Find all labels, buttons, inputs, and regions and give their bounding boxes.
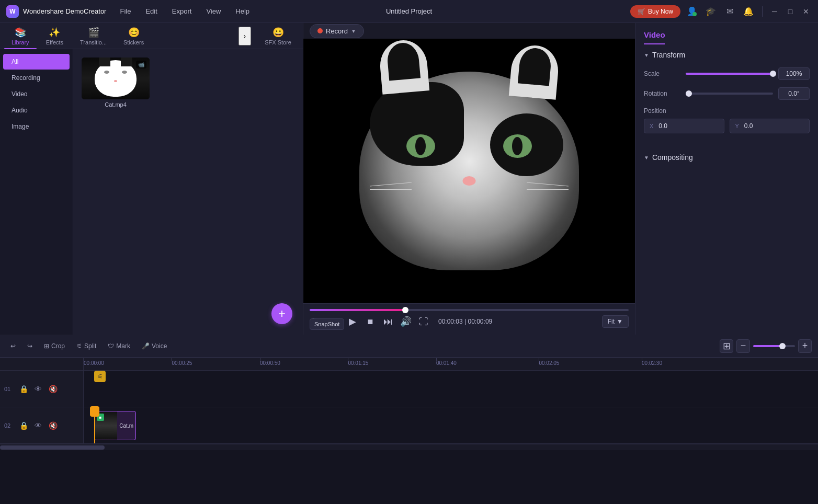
snapshot-tooltip: SnapShot bbox=[310, 318, 344, 330]
timeline-toolbar: ↩ ↪ ⊞ Crop ⚟ Split 🛡 Mark 🎤 Voice ⊞ − + bbox=[0, 335, 818, 358]
timeline-clip[interactable]: ■ Cat.m bbox=[94, 411, 136, 440]
menu-export[interactable]: Export bbox=[169, 5, 195, 17]
rotation-row: Rotation 0.0° bbox=[644, 87, 810, 100]
ruler-mark-3: 00:01:15 bbox=[348, 358, 368, 366]
track-content-1: ■ Cat.m bbox=[84, 407, 818, 443]
minimize-button[interactable]: ─ bbox=[769, 6, 780, 17]
sidebar-item-video[interactable]: Video bbox=[3, 86, 70, 102]
track-eye-button-1[interactable]: 👁 bbox=[32, 420, 44, 431]
menu-file[interactable]: File bbox=[117, 5, 134, 17]
sidebar-item-all[interactable]: All bbox=[3, 54, 70, 70]
progress-bar[interactable] bbox=[310, 309, 629, 311]
close-button[interactable]: ✕ bbox=[800, 6, 812, 17]
more-tabs-button[interactable]: › bbox=[238, 27, 252, 45]
library-content: All Recording Video Audio Image bbox=[0, 49, 303, 335]
position-x-input[interactable]: X 0.0 bbox=[644, 119, 724, 133]
menu-help[interactable]: Help bbox=[232, 5, 253, 17]
app-logo: W Wondershare DemoCreator bbox=[6, 5, 106, 18]
playhead bbox=[94, 407, 95, 443]
track-audio-button-2[interactable]: 🔇 bbox=[47, 383, 59, 395]
tab-library[interactable]: 📚 Library bbox=[4, 24, 37, 49]
transform-section: ▼ Transform Scale 100% Rota bbox=[635, 44, 818, 147]
mark-button[interactable]: 🛡 Mark bbox=[104, 340, 134, 352]
notification-button[interactable]: 🔔 bbox=[741, 4, 756, 19]
redo-button[interactable]: ↪ bbox=[23, 340, 37, 352]
account-button[interactable]: 👤 bbox=[685, 4, 699, 19]
play-button[interactable]: ▶ bbox=[345, 314, 360, 329]
fit-button[interactable]: Fit ▼ bbox=[602, 315, 629, 328]
clip-label: Cat.m bbox=[117, 423, 135, 429]
skip-forward-button[interactable]: ⏭ bbox=[381, 314, 395, 329]
crop-icon: ⊞ bbox=[44, 342, 49, 350]
track-row-1: 02 🔒 👁 🔇 ■ bbox=[0, 407, 818, 444]
fit-chevron-icon: ▼ bbox=[617, 318, 623, 325]
sidebar-item-audio[interactable]: Audio bbox=[3, 102, 70, 118]
sidebar-item-image[interactable]: Image bbox=[3, 119, 70, 134]
library-grid: 📹 Cat.mp4 + bbox=[73, 49, 303, 335]
zoom-fit-button[interactable]: ⊞ bbox=[720, 339, 733, 353]
mark-icon: 🛡 bbox=[108, 342, 114, 350]
library-icon: 📚 bbox=[15, 27, 26, 38]
voice-button[interactable]: 🎤 Voice bbox=[138, 340, 171, 352]
add-media-button[interactable]: + bbox=[271, 303, 292, 324]
scale-slider[interactable] bbox=[686, 73, 773, 75]
menu-edit[interactable]: Edit bbox=[142, 5, 160, 17]
content-area: 📚 Library ✨ Effects 🎬 Transitio... 😊 Sti… bbox=[0, 23, 818, 335]
compositing-title: Compositing bbox=[652, 153, 693, 162]
split-marker: ⚟ bbox=[94, 371, 106, 382]
buy-now-button[interactable]: 🛒 Buy Now bbox=[630, 5, 680, 18]
window-controls: 🛒 Buy Now 👤 🎓 ✉ 🔔 ─ □ ✕ bbox=[630, 4, 812, 19]
timeline-tracks: 00:00:00 00:00:25 00:00:50 00:01:15 00:0… bbox=[0, 358, 818, 504]
record-button[interactable]: Record ▼ bbox=[310, 24, 364, 38]
track-eye-button-2[interactable]: 👁 bbox=[32, 383, 44, 395]
cart-icon: 🛒 bbox=[638, 8, 645, 15]
track-number-2: 01 bbox=[4, 386, 15, 392]
timeline-scrollbar[interactable] bbox=[0, 444, 818, 450]
rotation-slider[interactable] bbox=[686, 93, 773, 95]
ruler-mark-1: 00:00:25 bbox=[172, 358, 192, 366]
transform-title: Transform bbox=[652, 51, 685, 59]
tab-transitions[interactable]: 🎬 Transitio... bbox=[73, 24, 114, 49]
cat-preview-image bbox=[303, 39, 635, 303]
transform-chevron-icon: ▼ bbox=[644, 52, 649, 58]
position-y-input[interactable]: Y 0.0 bbox=[730, 119, 810, 133]
sidebar-item-recording[interactable]: Recording bbox=[3, 70, 70, 86]
volume-button[interactable]: 🔊 bbox=[399, 314, 413, 329]
scale-value[interactable]: 100% bbox=[778, 67, 810, 80]
compositing-header[interactable]: ▼ Compositing bbox=[635, 147, 818, 166]
track-controls-1: 02 🔒 👁 🔇 bbox=[0, 407, 84, 443]
progress-thumb bbox=[402, 307, 408, 313]
menu-view[interactable]: View bbox=[203, 5, 224, 17]
track-lock-button-1[interactable]: 🔒 bbox=[18, 420, 29, 431]
split-icon: ⚟ bbox=[76, 342, 82, 350]
right-panel-title: Video bbox=[644, 30, 665, 39]
timeline-rows: 01 🔒 👁 🔇 ⚟ 02 bbox=[0, 371, 818, 444]
transitions-icon: 🎬 bbox=[88, 27, 99, 38]
record-chevron-icon: ▼ bbox=[351, 28, 356, 34]
project-title: Untitled Project bbox=[386, 7, 432, 15]
media-item-cat[interactable]: 📹 Cat.mp4 bbox=[82, 58, 150, 108]
ruler-mark-5: 00:02:05 bbox=[539, 358, 559, 366]
transform-header[interactable]: ▼ Transform bbox=[635, 44, 818, 63]
scale-row: Scale 100% bbox=[644, 67, 810, 80]
microphone-icon: 🎤 bbox=[142, 342, 150, 350]
maximize-button[interactable]: □ bbox=[785, 6, 796, 17]
zoom-out-button[interactable]: − bbox=[736, 339, 750, 353]
undo-button[interactable]: ↩ bbox=[6, 340, 20, 352]
track-lock-button-2[interactable]: 🔒 bbox=[18, 383, 29, 395]
crop-button[interactable]: ⊞ Crop bbox=[40, 340, 69, 352]
learn-button[interactable]: 🎓 bbox=[703, 4, 718, 19]
mail-button[interactable]: ✉ bbox=[722, 4, 737, 19]
position-row: Position X 0.0 Y 0.0 bbox=[644, 107, 810, 133]
split-button[interactable]: ⚟ Split bbox=[72, 340, 100, 352]
track-audio-button-1[interactable]: 🔇 bbox=[47, 420, 59, 431]
video-badge: 📹 bbox=[136, 61, 146, 68]
stop-button[interactable]: ■ bbox=[363, 314, 378, 329]
zoom-in-button[interactable]: + bbox=[798, 339, 812, 353]
tab-sfx[interactable]: 😀 SFX Store bbox=[257, 24, 299, 49]
fullscreen-button[interactable]: ⛶ bbox=[416, 314, 431, 329]
rotation-value[interactable]: 0.0° bbox=[778, 87, 810, 100]
tab-stickers[interactable]: 😊 Stickers bbox=[116, 24, 151, 49]
zoom-slider[interactable] bbox=[753, 345, 795, 347]
tab-effects[interactable]: ✨ Effects bbox=[39, 24, 71, 49]
